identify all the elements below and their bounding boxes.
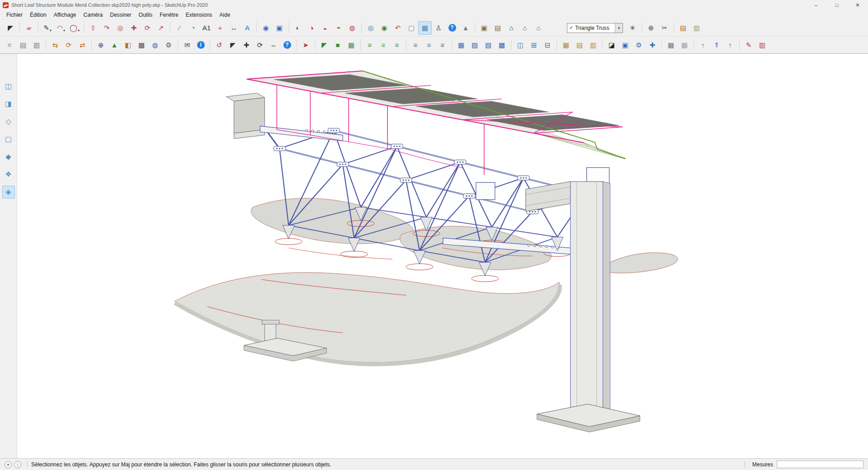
gradient-tool[interactable]: ◧ bbox=[121, 38, 135, 52]
component-dropdown[interactable]: ✓ Triangle Truss ▾ bbox=[567, 23, 623, 33]
refresh-tool[interactable]: ⟳ bbox=[62, 38, 75, 52]
select-green-tool[interactable]: ◤ bbox=[317, 38, 331, 52]
orbit-tool[interactable]: ◎ bbox=[364, 21, 377, 35]
align-top-tool[interactable]: ≡ bbox=[363, 38, 377, 52]
sheet-grid-tool[interactable]: ▦ bbox=[664, 38, 678, 52]
chevron-down-icon[interactable]: ▾ bbox=[78, 28, 80, 34]
gear-arrows-tool[interactable]: ⚙ bbox=[632, 38, 646, 52]
layers-flat-tool[interactable]: ▥ bbox=[690, 21, 703, 35]
window-grid-tool[interactable]: ⊞ bbox=[527, 38, 541, 52]
mirror-tool[interactable]: ⇔ bbox=[267, 38, 280, 52]
grid-green-tool[interactable]: ▦ bbox=[344, 38, 358, 52]
table-cols-tool[interactable]: ▥ bbox=[586, 38, 600, 52]
raise-3-tool[interactable]: ↑ bbox=[723, 38, 737, 52]
line-tool[interactable]: ✎ ▾ bbox=[41, 21, 54, 35]
menu-fichier[interactable]: Fichier bbox=[3, 11, 26, 19]
previous-view-tool[interactable]: ↶ bbox=[391, 21, 405, 35]
style-back-edges[interactable]: ◨ bbox=[2, 98, 15, 110]
sheet-grid-2-tool[interactable]: ▦ bbox=[678, 38, 691, 52]
shapes-tool[interactable]: ◯ ▾ bbox=[68, 21, 81, 35]
zoom-tool[interactable]: ◉ bbox=[259, 21, 273, 35]
style-xray[interactable]: ◫ bbox=[2, 80, 15, 93]
offset-tool[interactable]: ◎ bbox=[113, 21, 127, 35]
extension-warehouse-tool[interactable]: ⌂ bbox=[532, 21, 545, 35]
mail-tool[interactable]: ✉ bbox=[180, 38, 194, 52]
globe-tool[interactable]: ◍ bbox=[148, 38, 162, 52]
chevron-down-icon[interactable]: ▾ bbox=[63, 28, 65, 34]
layers-stack-tool[interactable]: ▤ bbox=[676, 21, 690, 35]
camera-box-tool[interactable]: ▢ bbox=[405, 21, 418, 35]
style-wireframe[interactable]: ◇ bbox=[2, 115, 15, 128]
image-page-tool[interactable]: ▤ bbox=[16, 38, 30, 52]
compass-tool[interactable]: ✳ bbox=[626, 21, 639, 35]
style-shaded[interactable]: ◆ bbox=[2, 150, 15, 163]
info-icon[interactable]: i bbox=[14, 461, 21, 468]
solid-union-tool[interactable]: ◐ bbox=[291, 21, 305, 35]
push-pull-tool[interactable]: ⇧ bbox=[86, 21, 100, 35]
menu-outils[interactable]: Outils bbox=[135, 11, 156, 19]
doc-page-tool[interactable]: ▥ bbox=[30, 38, 43, 52]
walk-tool[interactable]: ♙ bbox=[432, 21, 445, 35]
follow-me-tool[interactable]: ↷ bbox=[100, 21, 113, 35]
text-tool[interactable]: A1 bbox=[200, 21, 213, 35]
distribute-3-tool[interactable]: ≡ bbox=[436, 38, 449, 52]
gear-tool[interactable]: ⚙ bbox=[162, 38, 175, 52]
export-tool[interactable]: ⇄ bbox=[75, 38, 89, 52]
select-tool[interactable]: ◤ bbox=[4, 21, 17, 35]
add-circle-tool[interactable]: ⊕ bbox=[94, 38, 108, 52]
maximize-button[interactable]: □ bbox=[826, 0, 847, 10]
red-arrow-tool[interactable]: ➤ bbox=[299, 38, 312, 52]
dimension-tool[interactable]: ↔ bbox=[227, 21, 241, 35]
3d-text-tool[interactable]: A bbox=[241, 21, 254, 35]
component-box-tool[interactable]: ▣ bbox=[477, 21, 491, 35]
undo-arc-tool[interactable]: ↺ bbox=[212, 38, 226, 52]
menu-dessiner[interactable]: Dessiner bbox=[106, 11, 135, 19]
menu-fenetre[interactable]: Fenêtre bbox=[156, 11, 182, 19]
chevron-down-icon[interactable]: ▾ bbox=[50, 28, 52, 34]
zoom-extents-tool[interactable]: ◉ bbox=[377, 21, 391, 35]
section-display-toggle[interactable]: ▦ bbox=[418, 21, 432, 35]
component-sampler-tool[interactable]: ▤ bbox=[491, 21, 505, 35]
solid-subtract-tool[interactable]: ◑ bbox=[305, 21, 318, 35]
axe-tool[interactable]: ✂ bbox=[658, 21, 671, 35]
rotate-all-tool[interactable]: ⟳ bbox=[253, 38, 267, 52]
style-shaded-textures[interactable]: ❖ bbox=[2, 168, 15, 181]
table-rows-tool[interactable]: ▤ bbox=[573, 38, 586, 52]
distribute-2-tool[interactable]: ≡ bbox=[422, 38, 436, 52]
checker-tool[interactable]: ▩ bbox=[135, 38, 148, 52]
grid-diag2-tool[interactable]: ▧ bbox=[481, 38, 495, 52]
style-monochrome[interactable]: ◈ bbox=[2, 186, 15, 198]
chevron-down-icon[interactable]: ▾ bbox=[615, 24, 623, 33]
window-stack-tool[interactable]: ⊟ bbox=[541, 38, 554, 52]
close-button[interactable]: ✕ bbox=[847, 0, 868, 10]
3d-warehouse-tool[interactable]: ⌂ bbox=[505, 21, 518, 35]
grid-diag-tool[interactable]: ▨ bbox=[468, 38, 481, 52]
share-model-tool[interactable]: ⌂ bbox=[518, 21, 532, 35]
import-tool[interactable]: ⇆ bbox=[48, 38, 62, 52]
align-bottom-tool[interactable]: ≡ bbox=[390, 38, 404, 52]
distribute-1-tool[interactable]: ≡ bbox=[409, 38, 422, 52]
help-2-button[interactable]: ? bbox=[280, 38, 294, 52]
help-button[interactable]: ? bbox=[445, 21, 459, 35]
shadows-toggle[interactable]: ▲ bbox=[459, 21, 472, 35]
grid-paper-tool[interactable]: ⌗ bbox=[3, 38, 16, 52]
plus-grid-tool[interactable]: ✚ bbox=[646, 38, 659, 52]
raise-1-tool[interactable]: ↑ bbox=[696, 38, 710, 52]
crosshair-tool[interactable]: ⊕ bbox=[644, 21, 658, 35]
menu-aide[interactable]: Aide bbox=[216, 11, 234, 19]
red-sheet-tool[interactable]: ▥ bbox=[755, 38, 769, 52]
tape-measure-tool[interactable]: ∕ bbox=[173, 21, 186, 35]
red-pencil-tool[interactable]: ✎ bbox=[742, 38, 755, 52]
copy-style-tool[interactable]: ▣ bbox=[618, 38, 632, 52]
info-button[interactable]: i bbox=[194, 38, 208, 52]
grid-xy-tool[interactable]: ▦ bbox=[454, 38, 468, 52]
zoom-window-tool[interactable]: ▣ bbox=[273, 21, 286, 35]
table-tool[interactable]: ▦ bbox=[559, 38, 573, 52]
face-green-tool[interactable]: ■ bbox=[331, 38, 344, 52]
soften-edges-tool[interactable]: ◍ bbox=[345, 21, 359, 35]
minimize-button[interactable]: – bbox=[806, 0, 826, 10]
arc-tool[interactable]: ◠ ▾ bbox=[54, 21, 68, 35]
cursor-plus-tool[interactable]: ◤ bbox=[226, 38, 240, 52]
style-hidden-line[interactable]: ▢ bbox=[2, 133, 15, 146]
solid-trim-tool[interactable]: ◒ bbox=[318, 21, 332, 35]
